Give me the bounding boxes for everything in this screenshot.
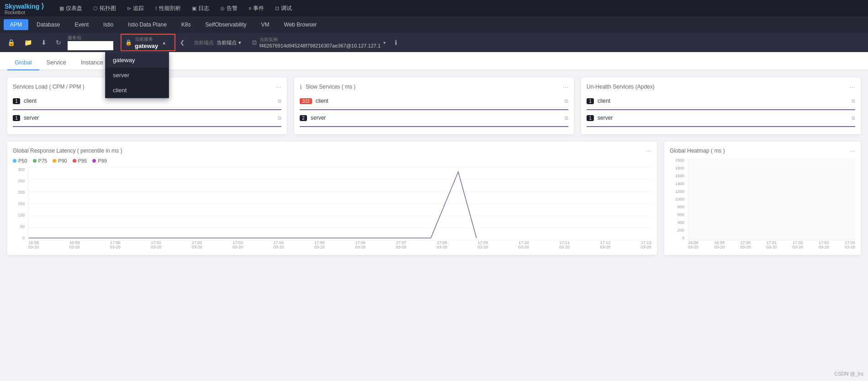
current-service-section: 🔒 当前服务 gateway ▲ (121, 34, 175, 51)
slow-client-copy-icon[interactable]: ⧉ (565, 98, 568, 104)
tab-apm[interactable]: APM (4, 19, 28, 30)
slow-server-row: 2 server ⧉ (300, 112, 568, 124)
endpoint-dropdown[interactable]: 当前端点 ▾ (217, 39, 241, 46)
logo-area: Skywalking ⟩ Rocketbot (5, 2, 46, 15)
lock-icon[interactable]: 🔒 (5, 37, 18, 48)
nav-alert[interactable]: ◎ 告警 (216, 3, 242, 14)
service-row-server: 1 server ⧉ (13, 112, 281, 124)
nav-event[interactable]: ≡ 事件 (244, 3, 269, 14)
server-copy-icon[interactable]: ⧉ (278, 115, 281, 121)
unhealth-server-badge: 1 (587, 115, 594, 121)
slow-client-name: client (316, 98, 565, 104)
instance-dropdown-arrow[interactable]: ▾ (383, 40, 386, 45)
current-service-label: 当前服务 (135, 36, 158, 42)
slow-client-badge: 303 (300, 98, 312, 104)
p99-dot (92, 159, 96, 163)
tab-istio-data[interactable]: Istio Data Plane (122, 19, 173, 30)
heatmap-chart-card: Global Heatmap ( ms ) ··· 2000 1800 1600… (664, 142, 861, 255)
chart-legend: P50 P75 P90 P95 P99 (13, 158, 651, 164)
services-load-title: Services Load ( CPM / PPM ) (13, 84, 85, 90)
alert-icon: ◎ (220, 5, 225, 11)
services-load-menu-icon[interactable]: ··· (276, 83, 281, 90)
slow-server-divider (300, 126, 568, 127)
nav-debug[interactable]: ⊡ 调试 (270, 3, 296, 14)
latency-chart-title: Global Response Latency ( percentile in … (13, 148, 122, 154)
service-lock-icon: 🔒 (125, 39, 132, 46)
unhealth-client-copy-icon[interactable]: ⧉ (852, 98, 855, 104)
heatmap-chart-menu[interactable]: ··· (850, 147, 855, 154)
latency-chart-card: Global Response Latency ( percentile in … (7, 142, 657, 255)
tab-database[interactable]: Database (30, 19, 66, 30)
heatmap-chart-title: Global Heatmap ( ms ) (670, 148, 725, 154)
unhealth-server-copy-icon[interactable]: ⧉ (852, 115, 855, 121)
service-group-section: 服务组 (68, 35, 113, 50)
unhealth-client-divider (587, 109, 855, 110)
trace-icon: ⊳ (127, 5, 131, 11)
endpoint-label: 当前端点 (194, 39, 214, 46)
service-dropdown-menu: gateway server client (105, 52, 169, 98)
dashboard-icon: ▦ (59, 5, 64, 11)
legend-p50: P50 (13, 158, 27, 164)
slow-client-divider (300, 109, 568, 110)
slow-client-row: 303 client ⧉ (300, 95, 568, 107)
tab-k8s[interactable]: K8s (175, 19, 197, 30)
refresh-icon[interactable]: ↻ (53, 37, 64, 48)
tab-istio[interactable]: Istio (97, 19, 120, 30)
slow-services-menu-icon[interactable]: ··· (563, 83, 568, 90)
slow-server-badge: 2 (300, 115, 307, 121)
tab-web[interactable]: Web Browser (278, 19, 323, 30)
nav-dashboard[interactable]: ▦ 仪表盘 (55, 3, 87, 14)
server-rank-badge: 1 (13, 115, 20, 121)
nav-performance[interactable]: ⌇ 性能剖析 (150, 3, 185, 14)
dropdown-item-server[interactable]: server (106, 68, 169, 83)
latency-chart-svg (29, 167, 651, 240)
instance-icon: ⊡ (252, 39, 257, 46)
info-icon[interactable]: ℹ (395, 39, 397, 46)
legend-p75: P75 (33, 158, 48, 164)
main-content: Services Load ( CPM / PPM ) ··· 1 client… (0, 70, 868, 262)
service-dropdown-arrow[interactable]: ▲ (162, 40, 166, 45)
page-tab-service[interactable]: Service (39, 55, 74, 70)
unhealth-services-card: Un-Health Services (Apdex) ··· 1 client … (581, 78, 861, 134)
client-rank-badge: 1 (13, 98, 20, 104)
unhealth-client-name: client (598, 98, 852, 104)
slow-services-info-icon[interactable]: ℹ (300, 84, 302, 90)
slow-services-card: ℹ Slow Services ( ms ) ··· 303 client ⧉ … (294, 78, 574, 134)
tab-self[interactable]: SelfObservability (199, 19, 253, 30)
client-copy-icon[interactable]: ⧉ (278, 98, 281, 104)
legend-p90: P90 (53, 158, 67, 164)
download-icon[interactable]: ⬇ (38, 37, 49, 48)
slow-server-copy-icon[interactable]: ⧉ (565, 115, 568, 121)
debug-icon: ⊡ (275, 5, 279, 11)
endpoint-section: 当前端点 当前端点 ▾ (190, 34, 245, 51)
toolbar: 🔒 📁 ⬇ ↻ 服务组 🔒 当前服务 gateway ▲ ❮ 当前端点 当前端点… (0, 33, 868, 52)
instance-label: 当前实例 (259, 37, 381, 43)
dropdown-item-client[interactable]: client (106, 83, 169, 98)
nav-topology[interactable]: ⬡ 拓扑图 (89, 3, 121, 14)
nav-trace[interactable]: ⊳ 追踪 (122, 3, 148, 14)
unhealth-menu-icon[interactable]: ··· (850, 83, 855, 90)
folder-icon[interactable]: 📁 (21, 37, 35, 48)
slow-server-name: server (311, 115, 565, 121)
dropdown-item-gateway[interactable]: gateway (106, 53, 169, 68)
collapse-button[interactable]: ❮ (178, 37, 186, 48)
tab-vm[interactable]: VM (255, 19, 276, 30)
nav-log[interactable]: ▣ 日志 (187, 3, 214, 14)
unhealth-server-name: server (598, 115, 852, 121)
p90-dot (53, 159, 56, 163)
unhealth-client-badge: 1 (587, 98, 594, 104)
service-group-label: 服务组 (68, 35, 113, 41)
current-service-value: gateway (135, 42, 158, 49)
latency-chart-menu[interactable]: ··· (646, 147, 651, 154)
unhealth-client-row: 1 client ⧉ (587, 95, 855, 107)
x-axis: 16:5803-20 16:5903-20 17:0003-20 17:0103… (28, 240, 651, 249)
tab-event[interactable]: Event (68, 19, 95, 30)
chart-plot (28, 167, 651, 240)
latency-chart-area: 300 250 200 150 100 50 0 (13, 167, 651, 249)
event-icon: ≡ (249, 5, 251, 11)
app-name: Skywalking (5, 3, 39, 10)
p50-dot (13, 159, 16, 163)
service-group-input[interactable] (68, 41, 113, 50)
top-nav: Skywalking ⟩ Rocketbot ▦ 仪表盘 ⬡ 拓扑图 ⊳ 追踪 … (0, 0, 868, 16)
page-tab-global[interactable]: Global (7, 55, 39, 70)
